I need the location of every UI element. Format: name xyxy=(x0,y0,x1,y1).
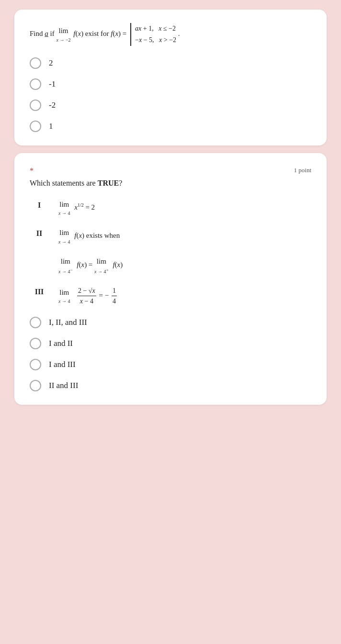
statement-I: I lim x → 4 x1/2 = 2 xyxy=(30,199,311,217)
option-2-c[interactable]: I and III xyxy=(30,359,311,370)
radio-2-b[interactable] xyxy=(30,338,41,349)
points-label: 1 point xyxy=(294,167,311,174)
label-I: I xyxy=(30,201,49,210)
content-II: lim x → 4 f(x) exists when lim x → 4− f(… xyxy=(58,227,311,275)
content-III: lim x → 4 2 − √x x − 4 = − 1 4 xyxy=(58,286,311,306)
option-1-d[interactable]: 1 xyxy=(30,121,311,132)
option-2-a[interactable]: I, II, and III xyxy=(30,317,311,328)
option-2-b[interactable]: I and II xyxy=(30,338,311,349)
option-1-c[interactable]: -2 xyxy=(30,100,311,111)
radio-1-d[interactable] xyxy=(30,121,41,132)
option-1-b-label: -1 xyxy=(49,79,56,89)
radio-1-a[interactable] xyxy=(30,57,41,69)
radio-1-c[interactable] xyxy=(30,100,41,111)
label-II: II xyxy=(30,229,49,238)
label-III: III xyxy=(30,288,49,296)
card-1: Find a if lim x → −2 f(x) exist for f(x)… xyxy=(14,10,327,145)
option-1-a[interactable]: 2 xyxy=(30,57,311,69)
option-2-d[interactable]: II and III xyxy=(30,380,311,391)
option-2-a-label: I, II, and III xyxy=(49,318,87,327)
options-group-2: I, II, and III I and II I and III II and… xyxy=(30,317,311,391)
option-2-b-label: I and II xyxy=(49,339,73,348)
statement-III: III lim x → 4 2 − √x x − 4 = − 1 4 xyxy=(30,286,311,306)
option-2-d-label: II and III xyxy=(49,381,78,390)
content-I: lim x → 4 x1/2 = 2 xyxy=(58,199,311,217)
option-2-c-label: I and III xyxy=(49,360,76,369)
option-1-c-label: -2 xyxy=(49,100,56,110)
card-2: * 1 point Which statements are TRUE? I l… xyxy=(14,153,327,405)
statement-II: II lim x → 4 f(x) exists when lim x → 4−… xyxy=(30,227,311,275)
radio-2-a[interactable] xyxy=(30,317,41,328)
radio-2-c[interactable] xyxy=(30,359,41,370)
question-1-text: Find a if lim x → −2 f(x) exist for f(x)… xyxy=(30,23,311,46)
option-1-d-label: 1 xyxy=(49,122,53,131)
card-2-header: * 1 point xyxy=(30,167,311,175)
statements-table: I lim x → 4 x1/2 = 2 II lim x → 4 f(x) e… xyxy=(30,199,311,306)
option-1-b[interactable]: -1 xyxy=(30,78,311,90)
radio-2-d[interactable] xyxy=(30,380,41,391)
required-star: * xyxy=(30,167,34,175)
radio-1-b[interactable] xyxy=(30,78,41,90)
option-1-a-label: 2 xyxy=(49,58,53,68)
piecewise-function: ax + 1, x ≤ −2 −x − 5, x > −2 xyxy=(130,23,176,46)
options-group-1: 2 -1 -2 1 xyxy=(30,57,311,132)
which-question-text: Which statements are TRUE? xyxy=(30,179,311,188)
